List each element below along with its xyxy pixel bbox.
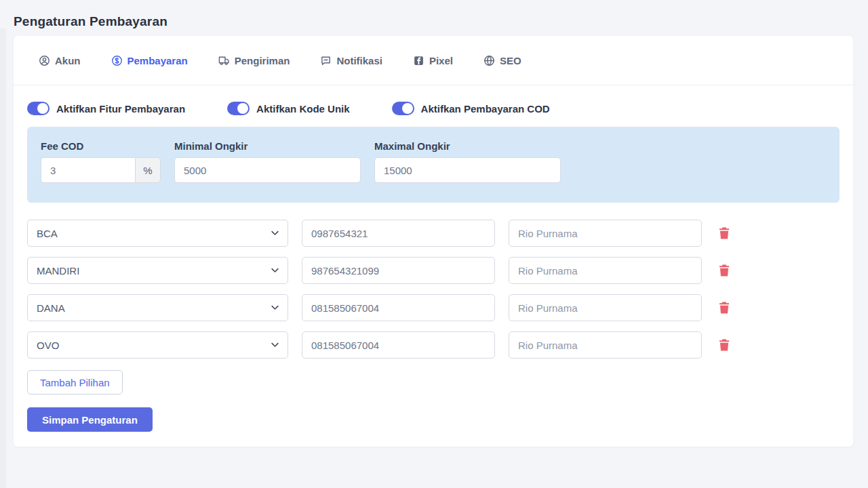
tab-seo[interactable]: SEO (484, 55, 521, 66)
cod-settings-panel: Fee COD % Minimal Ongkir Maximal Ongkir (27, 127, 840, 203)
settings-card: Akun Pembayaran Pengiriman Notifikasi (14, 36, 853, 447)
tab-notifikasi[interactable]: Notifikasi (320, 55, 382, 66)
payment-method-row: MANDIRI (27, 257, 840, 284)
delete-payment-method-button[interactable] (717, 337, 732, 353)
account-number-input[interactable] (302, 257, 495, 284)
facebook-icon (413, 55, 425, 66)
truck-icon (218, 55, 230, 66)
account-name-input[interactable] (509, 220, 702, 247)
account-name-input[interactable] (509, 331, 702, 359)
account-number-input[interactable] (302, 294, 495, 321)
bank-select[interactable]: DANA (27, 294, 288, 321)
maximal-ongkir-field: Maximal Ongkir (374, 140, 561, 183)
fee-cod-input[interactable] (41, 157, 135, 183)
toggle-switch-kode-unik[interactable] (227, 102, 250, 115)
toggle-label: Aktifkan Kode Unik (256, 103, 350, 115)
toggle-knob (237, 103, 248, 114)
tab-akun[interactable]: Akun (39, 55, 81, 66)
account-number-input[interactable] (302, 220, 495, 247)
payment-settings-page: Pengaturan Pembayaran Akun Pembayaran P (14, 0, 853, 447)
account-number-input[interactable] (302, 331, 495, 359)
bank-select-wrap: DANA (27, 294, 288, 321)
fee-cod-label: Fee COD (41, 140, 161, 152)
tab-label: Pixel (429, 55, 453, 66)
payment-method-row: OVO (27, 331, 840, 359)
trash-icon (717, 270, 732, 281)
account-name-input[interactable] (509, 294, 702, 321)
payment-method-row: BCA (27, 220, 840, 247)
toggle-pembayaran-cod: Aktifkan Pembayaran COD (392, 102, 550, 115)
tab-label: Akun (55, 55, 81, 66)
toggle-switch-pembayaran-cod[interactable] (392, 102, 414, 115)
fee-cod-field: Fee COD % (41, 140, 161, 183)
save-settings-button[interactable]: Simpan Pengaturan (27, 407, 153, 432)
bank-select-wrap: BCA (27, 220, 288, 247)
toggle-knob (37, 103, 48, 114)
bank-select[interactable]: MANDIRI (27, 257, 288, 284)
tab-pembayaran[interactable]: Pembayaran (111, 55, 188, 66)
minimal-ongkir-field: Minimal Ongkir (174, 140, 361, 183)
percent-addon: % (135, 157, 161, 183)
tab-pengiriman[interactable]: Pengiriman (218, 55, 290, 66)
tab-label: Notifikasi (336, 55, 382, 66)
minimal-ongkir-input[interactable] (174, 157, 361, 183)
delete-payment-method-button[interactable] (717, 262, 732, 279)
toggle-fitur-pembayaran: Aktifkan Fitur Pembayaran (27, 102, 185, 115)
bank-select-wrap: OVO (27, 331, 288, 359)
dollar-circle-icon (111, 55, 123, 66)
payment-method-list: BCA MANDIRI (27, 220, 840, 359)
trash-icon (717, 233, 732, 243)
add-option-button[interactable]: Tambah Pilihan (27, 370, 123, 394)
maximal-ongkir-label: Maximal Ongkir (374, 140, 561, 152)
toggle-label: Aktifkan Fitur Pembayaran (56, 103, 185, 115)
payment-method-row: DANA (27, 294, 840, 321)
delete-payment-method-button[interactable] (717, 225, 732, 241)
toggle-label: Aktifkan Pembayaran COD (421, 103, 550, 115)
delete-payment-method-button[interactable] (717, 300, 732, 316)
tab-label: SEO (500, 55, 521, 66)
tab-pixel[interactable]: Pixel (413, 55, 453, 66)
settings-tab-bar: Akun Pembayaran Pengiriman Notifikasi (14, 36, 853, 85)
tab-label: Pengiriman (235, 55, 290, 66)
globe-icon (484, 55, 495, 66)
toggle-knob (402, 103, 413, 114)
minimal-ongkir-label: Minimal Ongkir (174, 140, 361, 152)
bank-select[interactable]: BCA (27, 220, 288, 247)
toggle-kode-unik: Aktifkan Kode Unik (227, 102, 350, 115)
maximal-ongkir-input[interactable] (374, 157, 561, 183)
bank-select-wrap: MANDIRI (27, 257, 288, 284)
tab-label: Pembayaran (127, 55, 188, 66)
trash-icon (717, 345, 732, 355)
page-title: Pengaturan Pembayaran (14, 14, 853, 29)
toggle-switch-fitur-pembayaran[interactable] (27, 102, 50, 115)
user-circle-icon (39, 55, 50, 66)
page-left-gutter (0, 28, 6, 488)
chat-bubble-icon (320, 55, 332, 66)
bank-select[interactable]: OVO (27, 331, 288, 359)
trash-icon (717, 308, 732, 318)
account-name-input[interactable] (509, 257, 702, 284)
feature-toggles-row: Aktifkan Fitur Pembayaran Aktifkan Kode … (27, 102, 840, 115)
